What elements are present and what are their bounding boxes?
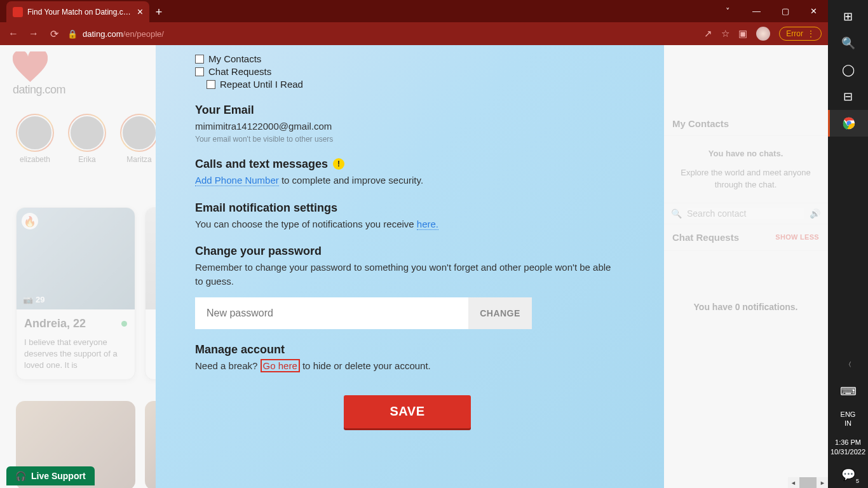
checkbox-icon[interactable] [195,55,204,64]
extensions-icon[interactable]: ▣ [738,28,747,39]
checkbox-chat-requests[interactable]: Chat Requests [195,66,620,77]
your-email-title: Your Email [195,104,620,117]
new-tab-button[interactable]: + [149,6,168,22]
scroll-right-icon[interactable]: ► [817,477,828,488]
bookmark-icon[interactable]: ☆ [721,28,729,39]
minimize-button[interactable]: — [742,0,771,22]
address-bar: ← → ⟳ 🔒 dating.com/en/people/ ↗ ☆ ▣ Erro… [0,22,828,45]
email-notif-title: Email notification settings [195,201,620,215]
settings-modal: My Contacts Chat Requests Repeat Until I… [156,45,664,488]
forward-button[interactable]: → [27,28,41,39]
email-value: mimimitra14122000@gmail.com [195,119,620,133]
go-here-link[interactable]: Go here [261,359,300,372]
warning-icon: ! [333,158,344,170]
dropdown-icon[interactable]: ˅ [714,0,742,22]
tab-strip: Find Your Match on Dating.com: × + ˅ — ▢… [0,0,828,22]
windows-start-icon[interactable]: ⊞ [828,3,868,30]
search-icon[interactable]: 🔍 [828,30,868,57]
checkbox-my-contacts[interactable]: My Contacts [195,53,620,64]
close-window-button[interactable]: ✕ [799,0,828,22]
horizontal-scrollbar[interactable]: ◄ ► [788,477,828,488]
profile-avatar[interactable] [756,27,770,41]
manage-account-title: Manage account [195,343,620,356]
live-support-button[interactable]: 🎧 Live Support [6,466,95,485]
calls-text: to complete and improve security. [279,175,423,186]
back-button[interactable]: ← [6,28,20,39]
change-password-title: Change your password [195,245,620,258]
share-icon[interactable]: ↗ [704,28,712,39]
save-button[interactable]: SAVE [344,395,471,428]
windows-taskbar: ⊞ 🔍 ◯ ⊟ 〈 ⌨ ENG IN 1:36 PM 10/31/2022 💬5 [828,0,868,488]
scroll-left-icon[interactable]: ◄ [788,477,799,488]
url-path: /en/people/ [123,29,164,39]
error-badge[interactable]: Error ⋮ [779,27,822,41]
keyboard-icon[interactable]: ⌨ [828,378,868,405]
here-link[interactable]: here. [417,219,438,230]
error-label: Error [786,29,803,38]
reload-button[interactable]: ⟳ [47,28,61,40]
maximize-button[interactable]: ▢ [771,0,799,22]
calls-title: Calls and text messages ! [195,158,620,171]
tab-close-icon[interactable]: × [137,6,143,18]
change-password-body: Remember to change your password to some… [195,261,620,288]
headset-icon: 🎧 [15,471,26,481]
checkbox-icon[interactable] [195,67,204,76]
language-indicator[interactable]: ENG IN [841,410,856,428]
add-phone-link[interactable]: Add Phone Number [195,175,279,186]
scroll-thumb[interactable] [799,477,817,488]
lock-icon: 🔒 [67,29,78,39]
cortana-icon[interactable]: ◯ [828,57,868,83]
tab-favicon [13,7,23,17]
new-password-input[interactable] [195,297,468,329]
url-field[interactable]: 🔒 dating.com/en/people/ [67,29,698,39]
email-hint: Your email won't be visible to other use… [195,135,620,144]
notif-body-text: You can choose the type of notifications… [195,219,417,229]
checkbox-icon[interactable] [207,80,215,89]
url-domain: dating.com [83,29,123,39]
clock[interactable]: 1:36 PM 10/31/2022 [831,438,865,456]
browser-tab[interactable]: Find Your Match on Dating.com: × [6,1,149,22]
notifications-icon[interactable]: 💬5 [828,461,868,488]
chrome-icon[interactable] [828,110,868,137]
tab-title: Find Your Match on Dating.com: [27,8,133,17]
menu-dots-icon: ⋮ [807,29,815,38]
tray-expand-icon[interactable]: 〈 [828,351,868,378]
task-view-icon[interactable]: ⊟ [828,83,868,110]
manage-post-text: to hide or delete your account. [300,360,431,371]
change-button[interactable]: CHANGE [468,297,532,329]
checkbox-repeat-until-read[interactable]: Repeat Until I Read [207,79,620,90]
manage-pre-text: Need a break? [195,360,261,371]
